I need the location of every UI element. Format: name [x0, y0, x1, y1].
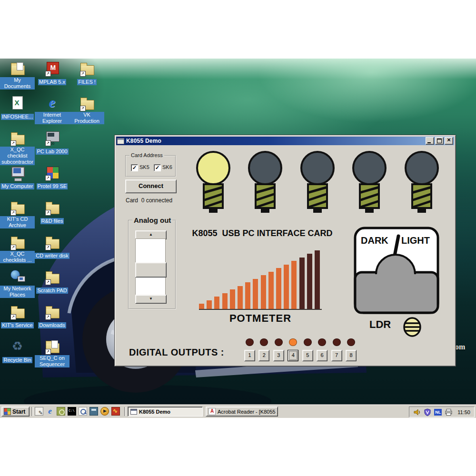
desktop-icon-pc-lab-2000[interactable]: ↗ PC Lab 2000 — [35, 130, 69, 165]
shortcut-arrow-icon: ↗ — [45, 210, 51, 216]
desktop-icon-label: VK Production — [69, 112, 104, 124]
shortcut-arrow-icon: ↗ — [80, 106, 86, 111]
my-computer-icon — [11, 167, 25, 177]
desktop-icon-my-documents[interactable]: ↗ My Documents — [0, 60, 35, 95]
desktop-icon-grid: ↗ My Documents ↗ INFOSHEE... ↗ X_QC chec… — [0, 60, 104, 373]
taskbar-divider — [124, 407, 126, 416]
shortcut-arrow-icon: ↗ — [10, 314, 16, 320]
windows-logo-icon — [4, 408, 11, 415]
taskbar-divider — [31, 407, 33, 416]
potmeter-label: POTMETER — [199, 312, 322, 325]
shortcut-arrow-icon: ↗ — [45, 175, 51, 181]
desktop-icon-downloads[interactable]: ↗ Downloads — [35, 304, 69, 338]
output-led-7-off — [333, 338, 341, 346]
shortcut-arrow-icon: ↗ — [45, 314, 51, 320]
dial-light-label: LIGHT — [401, 235, 430, 246]
close-button[interactable] — [445, 137, 453, 145]
maximize-button[interactable] — [435, 137, 444, 145]
desktop-icon-files[interactable]: ↗ FILES ! — [69, 60, 104, 95]
printer-icon[interactable] — [445, 408, 453, 416]
potmeter-bar — [299, 258, 305, 309]
green-utility-icon[interactable] — [57, 407, 65, 416]
output-button-5[interactable]: 5 — [302, 350, 313, 361]
quick-launch-bar — [35, 407, 120, 416]
volume-icon[interactable] — [413, 408, 421, 416]
ldr-label: LDR — [369, 318, 391, 331]
excel-spreadsheet-icon — [12, 96, 23, 109]
desktop-icon-kit-s-cd-archive[interactable]: ↗ KIT's CD Archive — [0, 199, 35, 234]
potmeter-bar — [222, 293, 228, 309]
window-titlebar[interactable]: K8055 Demo — [116, 137, 454, 145]
show-desktop-icon[interactable] — [35, 407, 43, 416]
desktop-icon-label: Internet Explorer — [35, 112, 69, 124]
desktop-icon-seq-c-on-sequencer[interactable]: ↗ SEQ_C on Sequencer — [35, 338, 69, 373]
desktop-icon-infoshee[interactable]: ↗ INFOSHEE... — [0, 95, 35, 130]
audio-app-icon[interactable] — [111, 407, 120, 416]
output-led-1-off — [246, 338, 254, 346]
antivirus-shield-icon[interactable] — [424, 408, 431, 416]
window-title: K8055 Demo — [126, 138, 425, 144]
acrobat-reader-icon: A — [208, 408, 216, 415]
potmeter-bar — [268, 272, 274, 309]
desktop-icon-label: CD writer disk — [35, 253, 69, 259]
internet-explorer-icon — [44, 95, 60, 111]
system-tray: NL 11:50 — [409, 407, 475, 417]
output-led-5-off — [304, 338, 312, 346]
output-button-1[interactable]: 1 — [244, 350, 255, 361]
minimize-button[interactable] — [426, 137, 434, 145]
desktop-icon-internet-explorer[interactable]: ↗ Internet Explorer — [35, 95, 69, 130]
shortcut-arrow-icon: ↗ — [45, 71, 51, 77]
internet-explorer-icon[interactable] — [46, 407, 54, 416]
media-player-icon[interactable] — [100, 407, 109, 416]
potmeter-bar — [207, 300, 212, 309]
ldr-symbol-icon — [402, 317, 422, 337]
desktop-icon-x-qc-checklist-subcontractor[interactable]: ↗ X_QC checklist subcontractor — [0, 130, 35, 165]
window-content: Card Address SK5 SK6 Connect Card 0 conn… — [116, 145, 454, 357]
desktop-icon-my-computer[interactable]: ↗ My Computer — [0, 165, 35, 199]
wallpaper-watermark-text: om — [455, 343, 465, 351]
output-button-8[interactable]: 8 — [346, 350, 357, 361]
desktop-icon-label: KIT's Service — [1, 322, 33, 328]
desktop-icon-vk-production[interactable]: ↗ VK Production — [69, 95, 104, 130]
desktop-icon-my-network-places[interactable]: ↗ My Network Places — [0, 269, 35, 304]
desktop-icon-label: X_QC checklist subcontractor — [0, 147, 35, 165]
desktop-icon-label: My Documents — [0, 77, 35, 89]
task-label: K8055 Demo — [139, 409, 170, 415]
language-indicator[interactable]: NL — [434, 409, 442, 416]
desktop-icon-mplab-5-x[interactable]: ↗ MPLAB 5.x — [35, 60, 69, 95]
recycle-bin-icon — [10, 338, 26, 355]
potmeter-bar — [245, 282, 250, 309]
form-window-icon — [130, 409, 137, 415]
output-button-4[interactable]: 4 — [288, 350, 298, 361]
output-button-7[interactable]: 7 — [331, 350, 342, 361]
desktop-icon-label: PC Lab 2000 — [36, 149, 68, 155]
file-viewer-icon[interactable] — [79, 407, 87, 416]
desktop-icon-x-qc-checklists[interactable]: ↗ X_QC checklists ... — [0, 234, 35, 269]
clock[interactable]: 11:50 — [457, 409, 470, 415]
desktop-icon-cd-writer-disk[interactable]: ↗ CD writer disk — [35, 234, 69, 269]
k8055-demo-window: K8055 Demo Card Address SK5 SK6 Connect … — [114, 135, 456, 367]
start-button[interactable]: Start — [1, 407, 30, 416]
potmeter-bar — [284, 265, 289, 309]
desktop-icon-protel-99-se[interactable]: ↗ Protel 99 SE — [35, 165, 69, 199]
my-documents-folder-icon — [11, 65, 25, 75]
output-led-3-off — [275, 338, 283, 346]
digital-outputs-label: DIGITAL OUTPUTS : — [129, 347, 224, 358]
command-prompt-icon[interactable] — [68, 407, 76, 416]
desktop-icon-r-d-files[interactable]: ↗ R&D files — [35, 199, 69, 234]
desktop-icon-label: Recycle Bin — [2, 357, 32, 363]
desktop-icon-recycle-bin[interactable]: ↗ Recycle Bin — [0, 338, 35, 373]
potmeter-bar — [307, 254, 312, 309]
output-button-6[interactable]: 6 — [317, 350, 327, 361]
calculator-icon[interactable] — [89, 407, 98, 416]
potmeter-bar — [199, 304, 204, 309]
desktop-icon-kit-s-service[interactable]: ↗ KIT's Service — [0, 304, 35, 338]
shortcut-arrow-icon: ↗ — [10, 245, 16, 250]
desktop-icon-scratch-pad[interactable]: ↗ Scratch PAD — [35, 269, 69, 304]
taskbar-task-acrobat[interactable]: A Acrobat Reader - [K8055 ... — [206, 407, 278, 416]
potmeter-bar — [253, 279, 258, 309]
output-button-3[interactable]: 3 — [273, 350, 284, 361]
taskbar-task-k8055[interactable]: K8055 Demo — [128, 407, 203, 416]
shortcut-arrow-icon: ↗ — [45, 245, 51, 250]
output-button-2[interactable]: 2 — [258, 350, 269, 361]
